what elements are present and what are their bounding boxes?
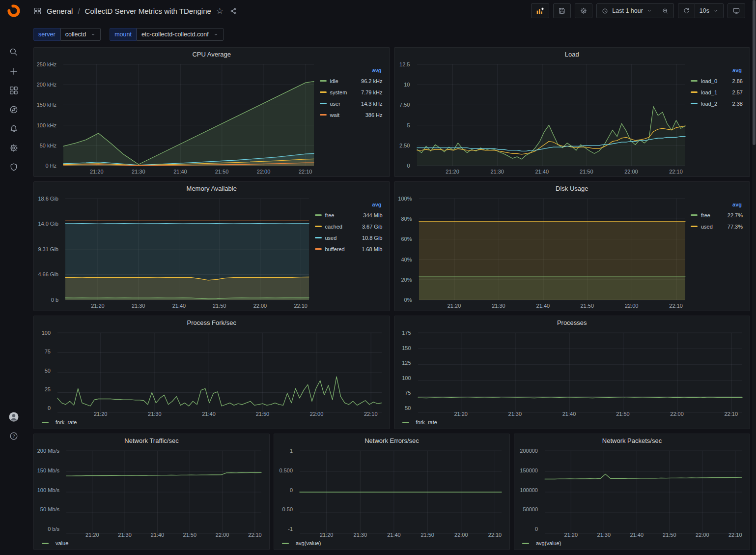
dashboard-grid-icon[interactable] bbox=[33, 7, 42, 15]
legend-item[interactable]: fork_rate bbox=[34, 419, 390, 429]
x-axis-label: 21:30 bbox=[132, 303, 145, 309]
y-axis-label: 10 bbox=[404, 82, 410, 88]
user-avatar[interactable] bbox=[0, 407, 28, 426]
legend-item[interactable]: load_12.57 bbox=[691, 87, 743, 98]
plot-region[interactable] bbox=[418, 333, 742, 408]
y-axis-label: 5 bbox=[407, 122, 410, 128]
y-axis-label: 0 b/s bbox=[48, 526, 59, 532]
y-axis: 0255075100 bbox=[37, 333, 54, 408]
y-axis-label: 0 bbox=[535, 526, 538, 532]
alerting-bell-icon[interactable] bbox=[0, 119, 28, 138]
breadcrumb-section[interactable]: General bbox=[47, 7, 73, 15]
x-axis-label: 22:10 bbox=[294, 303, 308, 309]
panel-title[interactable]: CPU Average bbox=[34, 48, 390, 60]
chart-area[interactable]: -1-0.5000.500121:2021:3021:4021:5022:002… bbox=[277, 447, 506, 539]
plot-region[interactable] bbox=[419, 199, 685, 300]
variable-server[interactable]: server collectd bbox=[33, 28, 101, 41]
y-axis-label: 0 bbox=[407, 163, 410, 169]
panel-row: CPU Average0 Hz50 kHz100 kHz150 kHz200 k… bbox=[33, 47, 750, 177]
plot-region[interactable] bbox=[417, 64, 685, 166]
variable-server-selected: collectd bbox=[65, 31, 86, 38]
chart-area[interactable]: 05000010000015000020000021:2021:3021:402… bbox=[517, 447, 747, 539]
chart-area[interactable]: 0 Hz50 kHz100 kHz150 kHz200 kHz250 kHz21… bbox=[37, 60, 319, 175]
zoom-out-button[interactable] bbox=[657, 3, 674, 18]
chart-area[interactable]: 0 b4.66 Gib9.31 Gib14.0 Gib18.6 Gib21:20… bbox=[37, 195, 314, 310]
chart-area[interactable]: 02.5057.501012.521:2021:3021:4021:5022:0… bbox=[397, 60, 690, 175]
scrollbar-thumb[interactable] bbox=[753, 0, 756, 145]
panel-title[interactable]: Processes bbox=[394, 316, 750, 329]
help-icon[interactable]: ? bbox=[0, 426, 28, 445]
panel-title[interactable]: Disk Usage bbox=[394, 182, 750, 195]
scrollbar[interactable] bbox=[752, 0, 756, 555]
variable-server-value[interactable]: collectd bbox=[60, 28, 101, 41]
panel-title[interactable]: Network Errors/sec bbox=[274, 434, 509, 447]
legend-item[interactable]: wait386 Hz bbox=[320, 109, 383, 120]
plot-region[interactable] bbox=[57, 333, 382, 408]
admin-shield-icon[interactable] bbox=[0, 157, 28, 176]
legend-item[interactable]: user14.3 kHz bbox=[320, 98, 383, 109]
legend-item[interactable]: avg(value) bbox=[514, 540, 750, 550]
legend-series-swatch bbox=[320, 91, 327, 93]
y-axis-label: 200 Mb/s bbox=[37, 448, 59, 454]
time-range-button[interactable]: Last 1 hour bbox=[596, 3, 657, 18]
create-plus-icon[interactable] bbox=[0, 61, 28, 81]
panel-cpu-average: CPU Average0 Hz50 kHz100 kHz150 kHz200 k… bbox=[33, 47, 390, 177]
legend-item[interactable]: system7.79 kHz bbox=[320, 87, 383, 98]
plot-region[interactable] bbox=[300, 451, 502, 529]
panel-process-fork-sec: Process Fork/sec025507510021:2021:3021:4… bbox=[33, 316, 390, 429]
plot-region[interactable] bbox=[66, 451, 261, 529]
panel-title[interactable]: Process Fork/sec bbox=[34, 316, 390, 329]
legend-series-swatch bbox=[315, 237, 322, 238]
refresh-interval-button[interactable]: 10s bbox=[695, 3, 724, 18]
refresh-button[interactable] bbox=[678, 3, 695, 18]
legend-series-value: 1.68 Mib bbox=[362, 246, 382, 252]
chevron-down-icon bbox=[90, 32, 96, 37]
search-icon[interactable] bbox=[0, 42, 28, 61]
x-axis-label: 21:50 bbox=[215, 169, 229, 175]
legend-item[interactable]: fork_rate bbox=[394, 419, 750, 429]
panel-title[interactable]: Memory Available bbox=[34, 182, 390, 195]
legend-item[interactable]: free22.7% bbox=[691, 209, 743, 221]
plot-region[interactable] bbox=[65, 199, 309, 300]
legend-item[interactable]: used77.3% bbox=[691, 221, 743, 232]
x-axis-label: 21:40 bbox=[173, 169, 187, 175]
save-dashboard-button[interactable] bbox=[553, 3, 571, 18]
grafana-logo[interactable] bbox=[6, 3, 21, 18]
legend-item[interactable]: avg(value) bbox=[274, 540, 509, 550]
legend-item[interactable]: used10.8 Gib bbox=[315, 232, 383, 243]
explore-compass-icon[interactable] bbox=[0, 100, 28, 119]
chart-area[interactable]: 025507510021:2021:3021:4021:5022:0022:10 bbox=[37, 329, 387, 418]
legend-item[interactable]: load_22.38 bbox=[691, 98, 743, 109]
legend-item[interactable]: value bbox=[34, 540, 269, 550]
panel-title[interactable]: Load bbox=[394, 48, 750, 60]
dashboards-icon[interactable] bbox=[0, 81, 28, 100]
chart-area[interactable]: 507510012515017521:2021:3021:4021:5022:0… bbox=[397, 329, 747, 418]
variable-mount-value[interactable]: etc-collectd-collectd.conf bbox=[137, 28, 224, 41]
legend-item[interactable]: free344 Mib bbox=[315, 209, 383, 221]
configuration-gear-icon[interactable] bbox=[0, 138, 28, 157]
y-axis-label: 75 bbox=[45, 349, 51, 354]
variable-mount[interactable]: mount etc-collectd-collectd.conf bbox=[110, 28, 224, 41]
legend-item[interactable]: cached3.67 Gib bbox=[315, 221, 383, 232]
plot-region[interactable] bbox=[63, 64, 314, 166]
star-icon[interactable]: ☆ bbox=[216, 7, 224, 15]
panel-title[interactable]: Network Packets/sec bbox=[514, 434, 750, 447]
legend-item[interactable]: buffered1.68 Mib bbox=[315, 243, 383, 255]
plot-region[interactable] bbox=[545, 451, 742, 529]
dashboard-settings-button[interactable] bbox=[575, 3, 592, 18]
legend-item[interactable]: idle96.2 kHz bbox=[320, 75, 383, 87]
share-icon[interactable] bbox=[229, 7, 238, 15]
x-axis-label: 22:10 bbox=[299, 169, 312, 175]
cycle-view-mode-button[interactable] bbox=[728, 3, 745, 18]
add-panel-button[interactable] bbox=[531, 3, 549, 18]
y-axis: 050000100000150000200000 bbox=[517, 451, 541, 529]
legend-series-name: system bbox=[330, 89, 347, 95]
legend-item[interactable]: load_02.86 bbox=[691, 75, 743, 87]
y-axis-label: 50 Mb/s bbox=[40, 506, 59, 512]
panel-processes: Processes507510012515017521:2021:3021:40… bbox=[394, 316, 751, 429]
chart-area[interactable]: 0 b/s50 Mb/s100 Mb/s150 Mb/s200 Mb/s21:2… bbox=[37, 447, 266, 539]
y-axis-label: 40% bbox=[401, 257, 412, 263]
breadcrumb: General / CollectD Server Metrics with T… bbox=[33, 7, 238, 15]
panel-title[interactable]: Network Traffic/sec bbox=[34, 434, 269, 447]
chart-area[interactable]: 0%20%40%60%80%100%21:2021:3021:4021:5022… bbox=[397, 195, 690, 310]
